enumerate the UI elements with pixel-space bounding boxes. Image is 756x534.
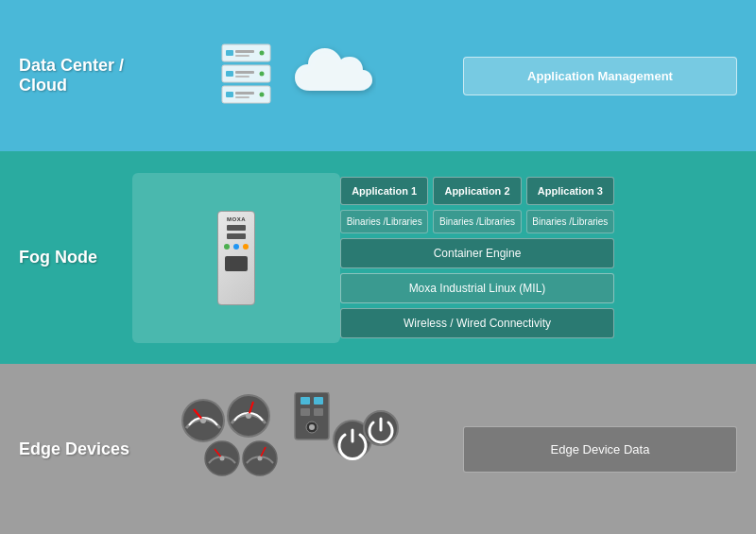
fog-layer: Fog Node MOXA Application 1 Application … — [0, 151, 756, 364]
svg-rect-29 — [235, 96, 249, 98]
server-rack-icon — [220, 43, 272, 109]
svg-rect-19 — [235, 55, 249, 57]
cloud-icon — [291, 43, 376, 109]
edge-devices-svg — [175, 392, 421, 506]
cloud-right-panel: Application Management — [463, 47, 737, 105]
app-3-box: Application 3 — [526, 177, 614, 205]
svg-rect-46 — [301, 408, 310, 416]
architecture-diagram: Data Center / Cloud — [0, 0, 756, 534]
svg-point-49 — [309, 424, 315, 430]
fog-right-panel: Application 1 Application 2 Application … — [340, 169, 614, 346]
connectivity-box: Wireless / Wired Connectivity — [340, 308, 614, 338]
app-2-box: Application 2 — [433, 177, 521, 205]
svg-rect-47 — [314, 408, 323, 416]
edge-layer: Edge Devices — [0, 364, 756, 534]
cloud-label: Data Center / Cloud — [19, 56, 132, 95]
svg-rect-28 — [235, 92, 254, 95]
bin-1-box: Binaries /Libraries — [340, 210, 428, 233]
app-management-box: Application Management — [463, 57, 737, 95]
svg-point-30 — [259, 93, 264, 97]
bin-3-box: Binaries /Libraries — [526, 210, 614, 233]
bin-2-box: Binaries /Libraries — [433, 210, 521, 233]
edge-right-panel: Edge Device Data — [463, 426, 737, 473]
svg-point-36 — [246, 413, 251, 419]
bin-row: Binaries /Libraries Binaries /Libraries … — [340, 210, 614, 233]
svg-rect-17 — [226, 50, 233, 56]
fog-center: MOXA — [132, 173, 340, 343]
app-1-box: Application 1 — [340, 177, 428, 205]
svg-point-25 — [259, 72, 264, 77]
moxa-device-icon: MOXA — [217, 211, 255, 305]
cloud-layer: Data Center / Cloud — [0, 0, 756, 151]
svg-rect-24 — [235, 76, 249, 78]
container-engine-box: Container Engine — [340, 238, 614, 268]
svg-rect-22 — [226, 71, 233, 77]
cloud-center — [132, 43, 463, 109]
svg-rect-27 — [226, 92, 233, 97]
svg-rect-44 — [301, 397, 310, 405]
svg-rect-18 — [235, 50, 254, 53]
edge-data-box: Edge Device Data — [463, 426, 737, 473]
svg-point-39 — [220, 456, 225, 461]
svg-point-20 — [259, 51, 264, 56]
svg-rect-23 — [235, 71, 254, 74]
svg-point-33 — [200, 418, 206, 423]
app-row: Application 1 Application 2 Application … — [340, 177, 614, 205]
edge-center — [132, 392, 463, 506]
svg-point-42 — [258, 456, 263, 461]
mil-box: Moxa Industrial Linux (MIL) — [340, 273, 614, 303]
edge-label: Edge Devices — [19, 439, 132, 459]
svg-rect-45 — [314, 397, 323, 405]
fog-label: Fog Node — [19, 248, 132, 267]
